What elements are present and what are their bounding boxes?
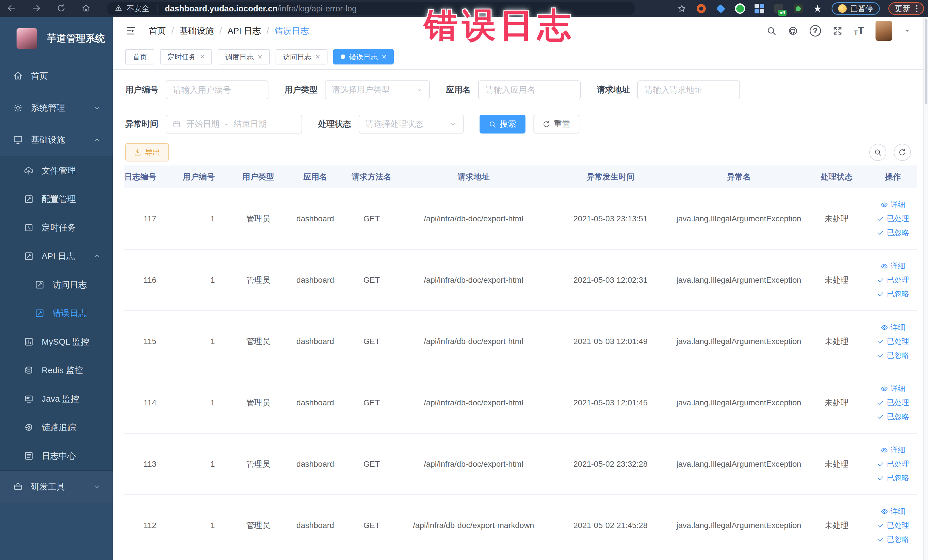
cell-ops: 详细已处理已忽略 (868, 249, 917, 311)
processed-link[interactable]: 已处理 (877, 336, 909, 346)
processed-link[interactable]: 已处理 (877, 398, 909, 407)
extension-icon-flower[interactable] (812, 3, 823, 14)
request-url-input[interactable] (637, 81, 740, 99)
search-icon[interactable] (766, 26, 777, 36)
extension-icon-off-badge[interactable]: off (773, 3, 784, 14)
detail-link[interactable]: 详细 (881, 445, 905, 455)
sidebar-item-scheduled-jobs[interactable]: 定时任务 (0, 214, 113, 242)
sidebar-item-label: MySQL 监控 (42, 336, 89, 348)
cell-user_type: 管理员 (230, 433, 287, 495)
eye-icon (881, 324, 888, 331)
tab-home[interactable]: 首页 (125, 49, 154, 64)
detail-link[interactable]: 详细 (881, 200, 905, 210)
reset-button[interactable]: 重置 (533, 115, 579, 134)
sidebar-item-access-log[interactable]: 访问日志 (0, 270, 113, 299)
toggle-search-button[interactable] (869, 144, 886, 161)
processed-link[interactable]: 已处理 (877, 275, 909, 285)
app-logo[interactable]: 芋道管理系统 (0, 17, 113, 60)
refresh-table-button[interactable] (894, 144, 911, 161)
app-name-input[interactable] (478, 81, 581, 99)
process-status-select[interactable]: 请选择处理状态 (359, 115, 464, 134)
sidebar-item-config-mgmt[interactable]: 配置管理 (0, 185, 113, 214)
extension-icon-grid[interactable] (754, 3, 765, 14)
tab-error-log[interactable]: 错误日志× (333, 49, 394, 64)
processed-link[interactable]: 已处理 (877, 214, 909, 224)
row-actions: 详细已处理已忽略 (869, 322, 917, 360)
cell-log_id: 112 (124, 495, 171, 556)
ignored-link[interactable]: 已忽略 (877, 412, 909, 422)
extension-icon-green-circle[interactable] (734, 3, 745, 14)
search-button[interactable]: 搜索 (479, 115, 525, 134)
ignored-link[interactable]: 已忽略 (877, 534, 909, 544)
user-avatar[interactable] (876, 21, 892, 41)
cell-user_type: 管理员 (230, 249, 287, 311)
help-icon[interactable]: ? (810, 25, 821, 37)
tab-access-log[interactable]: 访问日志× (276, 49, 328, 64)
extension-icon-leaf[interactable] (793, 3, 804, 14)
exception-time-range-picker[interactable]: 开始日期 - 结束日期 (166, 115, 302, 134)
sidebar-menu: 首页系统管理基础设施文件管理配置管理定时任务API 日志访问日志错误日志MySQ… (0, 60, 113, 503)
action-label: 已处理 (887, 275, 909, 285)
profile-paused-pill[interactable]: 已暂停 (832, 2, 880, 15)
breadcrumb-item-api-log[interactable]: API 日志 (227, 25, 261, 37)
sidebar-item-trace[interactable]: 链路追踪 (0, 413, 113, 442)
close-tab-icon[interactable]: × (258, 53, 262, 61)
forward-icon[interactable] (32, 3, 41, 14)
browser-home-icon[interactable] (81, 3, 91, 14)
detail-link[interactable]: 详细 (881, 261, 905, 271)
sidebar-fold-icon[interactable] (125, 25, 136, 36)
breadcrumb-item-home[interactable]: 首页 (149, 25, 166, 37)
close-tab-icon[interactable]: × (316, 53, 320, 61)
sidebar-item-error-log[interactable]: 错误日志 (0, 299, 113, 328)
row-actions: 详细已处理已忽略 (869, 384, 917, 422)
ignored-link[interactable]: 已忽略 (877, 350, 909, 360)
action-label: 已忽略 (887, 473, 909, 483)
scrollbar-thumb[interactable] (925, 19, 927, 104)
tab-job-log[interactable]: 调度日志× (218, 49, 270, 64)
avatar-caret-down-icon[interactable] (904, 27, 911, 35)
extension-icon-orange[interactable] (696, 3, 707, 14)
sidebar-item-dev-tools[interactable]: 研发工具 (0, 471, 113, 503)
bookmark-star-icon[interactable] (676, 3, 687, 14)
browser-update-menu[interactable]: 更新 (888, 2, 924, 15)
main-content: 首页 / 基础设施 / API 日志 / 错误日志 ? TT 首页定时任务×调度… (113, 17, 923, 560)
font-size-icon[interactable]: TT (854, 26, 864, 36)
ignored-link[interactable]: 已忽略 (877, 473, 909, 483)
eye-icon (881, 447, 888, 454)
address-separator (157, 4, 157, 13)
detail-link[interactable]: 详细 (881, 384, 905, 394)
detail-link[interactable]: 详细 (881, 322, 905, 333)
close-tab-icon[interactable]: × (382, 53, 386, 61)
fullscreen-icon[interactable] (832, 26, 843, 36)
ignored-link[interactable]: 已忽略 (877, 227, 909, 238)
sidebar-item-file-mgmt[interactable]: 文件管理 (0, 156, 113, 185)
sidebar-item-api-log[interactable]: API 日志 (0, 242, 113, 270)
sidebar-item-java-monitor[interactable]: Java 监控 (0, 385, 113, 413)
back-icon[interactable] (7, 3, 16, 14)
processed-link[interactable]: 已处理 (877, 459, 909, 469)
extension-icon-blue-shield[interactable] (715, 3, 726, 14)
window-scrollbar[interactable] (923, 17, 928, 560)
sidebar-item-label: Redis 监控 (42, 365, 83, 376)
table-row: 1141管理员dashboardGET/api/infra/db-doc/exp… (124, 372, 917, 433)
close-tab-icon[interactable]: × (200, 53, 205, 61)
sidebar-item-infrastructure[interactable]: 基础设施 (0, 124, 113, 156)
table-row: 1131管理员dashboardGET/api/infra/db-doc/exp… (124, 433, 917, 495)
detail-link[interactable]: 详细 (881, 507, 905, 516)
export-button[interactable]: 导出 (125, 143, 169, 162)
breadcrumb-item-infra[interactable]: 基础设施 (179, 25, 214, 37)
sidebar-item-system-mgmt[interactable]: 系统管理 (0, 92, 113, 124)
user-id-input[interactable] (166, 81, 269, 99)
processed-link[interactable]: 已处理 (877, 520, 909, 530)
app-name-label: 应用名 (446, 84, 471, 96)
sidebar-item-redis-monitor[interactable]: Redis 监控 (0, 356, 113, 385)
tab-job[interactable]: 定时任务× (160, 49, 212, 64)
user-type-select[interactable]: 请选择用户类型 (325, 81, 430, 99)
sidebar-item-home[interactable]: 首页 (0, 60, 113, 92)
reload-icon[interactable] (56, 3, 66, 14)
sidebar-item-log-center[interactable]: 日志中心 (0, 442, 113, 470)
sidebar-item-mysql-monitor[interactable]: MySQL 监控 (0, 328, 113, 356)
ignored-link[interactable]: 已忽略 (877, 289, 909, 299)
github-icon[interactable] (788, 26, 798, 36)
home-icon (13, 71, 23, 81)
